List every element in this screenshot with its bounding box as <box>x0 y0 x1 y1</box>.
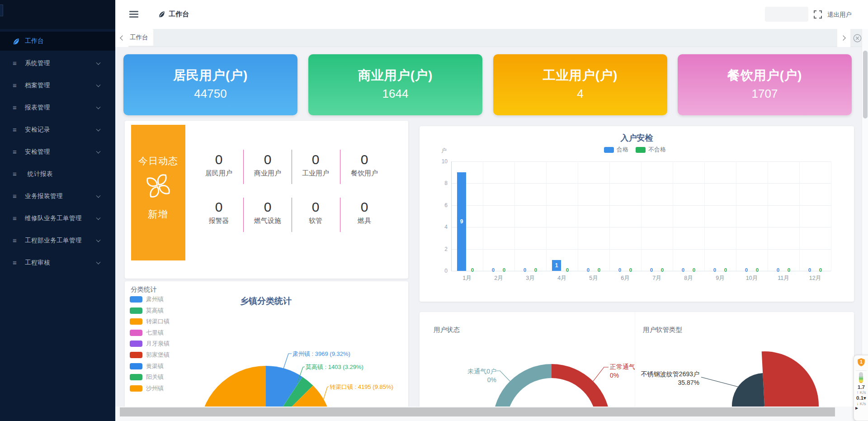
sidebar-item-archive[interactable]: ≡档案管理 <box>0 74 115 96</box>
gridline-v <box>514 161 515 271</box>
zero-label-合格: 0 <box>774 267 783 273</box>
sidebar-item-repair-workorder[interactable]: ≡维修队业务工单管理 <box>0 207 115 229</box>
chevron-down-icon <box>96 127 101 131</box>
tab-scroll-left-button[interactable] <box>115 29 128 47</box>
pie-label-mogao: 莫高镇 : 1403 (3.29%) <box>306 363 363 371</box>
user-status-chart-area: 用户状态 未通气0户0% 正常通气0户0% <box>420 312 635 421</box>
zero-label-不合格: 0 <box>721 267 730 273</box>
tab-bar: 工作台 <box>115 29 868 47</box>
gridline-v <box>641 161 642 271</box>
hose-pie-chart <box>635 312 854 421</box>
sidebar-item-engineering-workorder[interactable]: ≡工程部业务工单管理 <box>0 229 115 251</box>
logout-button[interactable]: 退出用户 <box>827 11 852 19</box>
x-tick-label: 10月 <box>742 274 762 282</box>
town-pie-chart <box>125 281 408 421</box>
username-redacted <box>765 7 808 22</box>
sidebar-item-business-install[interactable]: ≡业务报装管理 <box>0 185 115 207</box>
hose-type-chart-area: 用户软管类型 不锈钢波纹管2693户35.87% <box>635 312 854 421</box>
status-donut-chart <box>420 312 635 421</box>
zero-label-合格: 0 <box>584 267 593 273</box>
horizontal-scrollbar-thumb[interactable] <box>120 407 835 416</box>
gridline-v <box>609 161 610 271</box>
chevron-down-icon <box>96 260 101 264</box>
chevron-down-icon <box>96 215 101 220</box>
zero-label-不合格: 0 <box>658 267 667 273</box>
pie-label-suzhou: 肃州镇 : 3969 (9.32%) <box>292 350 350 358</box>
zero-label-不合格: 0 <box>531 267 540 273</box>
widget-expand-icon[interactable]: ▶ <box>855 406 868 410</box>
today-dynamics-panel: 今日动态 新增 0居民用户0商业用户0工业用户0餐饮用户0报警器0燃气设施0软管… <box>125 121 408 279</box>
y-tick-label: 8 <box>433 180 448 186</box>
header-title-group: 工作台 <box>158 10 189 19</box>
gridline-v <box>673 161 673 271</box>
x-tick-label: 7月 <box>647 274 667 282</box>
chevron-down-icon <box>96 60 101 65</box>
tab-scroll-right-button[interactable] <box>837 29 850 47</box>
download-speed-unit: ↓ K/s <box>854 401 868 406</box>
leaf-icon <box>13 38 19 45</box>
sidebar-item-engineering-audit[interactable]: ≡工程审核 <box>0 251 115 274</box>
today-stat: 0餐饮用户 <box>340 152 389 178</box>
gridline-v <box>578 161 578 271</box>
y-tick-label: 6 <box>433 202 448 208</box>
upload-speed-value: 1.7 <box>854 384 868 390</box>
y-axis-line <box>451 161 452 271</box>
sidebar-item-inspection-record[interactable]: ≡安检记录 <box>0 118 115 141</box>
chevron-right-icon <box>840 35 845 40</box>
x-tick-label: 3月 <box>520 274 540 282</box>
menu-lines-icon: ≡ <box>13 104 20 111</box>
today-stat: 0居民用户 <box>194 152 244 178</box>
menu-lines-icon: ≡ <box>13 60 20 66</box>
x-tick-label: 11月 <box>774 274 793 282</box>
gridline-v <box>736 161 736 271</box>
meter-capsule-icon <box>859 372 863 383</box>
upload-speed-unit: ↑ K/s <box>854 390 868 395</box>
zero-label-不合格: 0 <box>468 267 477 273</box>
stat-card-industrial: 工业用户(户) 4 <box>493 54 667 115</box>
hamburger-menu-icon[interactable] <box>129 11 138 18</box>
header: 工作台 退出用户 <box>115 0 868 29</box>
arrow-down-icon: ↓ <box>856 401 859 406</box>
horizontal-scrollbar-track[interactable] <box>115 407 862 421</box>
entry-inspection-panel: 入户安检 户 合格 不合格 02468101月902月003月004月105月0… <box>420 126 854 302</box>
stat-divider <box>340 198 340 232</box>
sidebar-header <box>0 0 115 29</box>
stat-card-residential: 居民用户(户) 44750 <box>123 54 297 115</box>
x-tick-label: 8月 <box>679 274 698 282</box>
gridline-v <box>768 161 768 271</box>
today-action-label: 新增 <box>131 208 185 221</box>
zero-label-合格: 0 <box>805 267 814 273</box>
gridline-v <box>483 161 483 271</box>
close-tabs-icon[interactable] <box>853 34 862 43</box>
vertical-scrollbar-thumb[interactable] <box>863 51 868 118</box>
today-stat: 0报警器 <box>194 199 244 225</box>
sidebar-item-report[interactable]: ≡报表管理 <box>0 96 115 118</box>
main-content: 居民用户(户) 44750 商业用户(户) 1644 工业用户(户) 4 餐饮用… <box>115 47 862 421</box>
sidebar-item-workbench[interactable]: 工作台 <box>0 32 115 51</box>
sidebar-item-stats-report[interactable]: ≡统计报表 <box>0 163 115 185</box>
donut-label-normal-gas: 正常通气0户0% <box>610 363 635 380</box>
x-tick-label: 5月 <box>584 274 604 282</box>
bar-合格: 9 <box>457 172 466 271</box>
today-stat: 0工业用户 <box>291 152 340 178</box>
sidebar-item-system[interactable]: ≡系统管理 <box>0 52 115 74</box>
fullscreen-icon[interactable] <box>814 10 822 19</box>
gridline-v <box>704 161 705 271</box>
zero-label-不合格: 0 <box>594 267 604 273</box>
x-tick-label: 4月 <box>552 274 572 282</box>
net-speed-widget[interactable]: 1 1.7 ↑ K/s 0.1▾ ↓ K/s ▶ <box>854 355 868 421</box>
stat-divider <box>340 150 340 184</box>
y-tick-label: 10 <box>433 158 448 165</box>
hose-label-steel: 不锈钢波纹管2693户35.87% <box>635 370 699 387</box>
chevron-down-icon <box>96 149 101 153</box>
stat-divider <box>292 198 292 232</box>
zero-label-合格: 0 <box>742 267 751 273</box>
chevron-down-icon <box>96 193 101 198</box>
sidebar-item-inspection-mgmt[interactable]: ≡安检管理 <box>0 141 115 163</box>
zero-label-合格: 0 <box>710 267 719 273</box>
donut-label-no-gas: 未通气0户0% <box>438 367 496 384</box>
download-speed-value: 0.1▾ <box>854 395 868 401</box>
sidebar-item-label: 工作台 <box>25 37 44 45</box>
pie-label-zhuanqukou: 转渠口镇 : 4195 (9.85%) <box>330 383 393 391</box>
sidebar-notch <box>0 5 3 16</box>
